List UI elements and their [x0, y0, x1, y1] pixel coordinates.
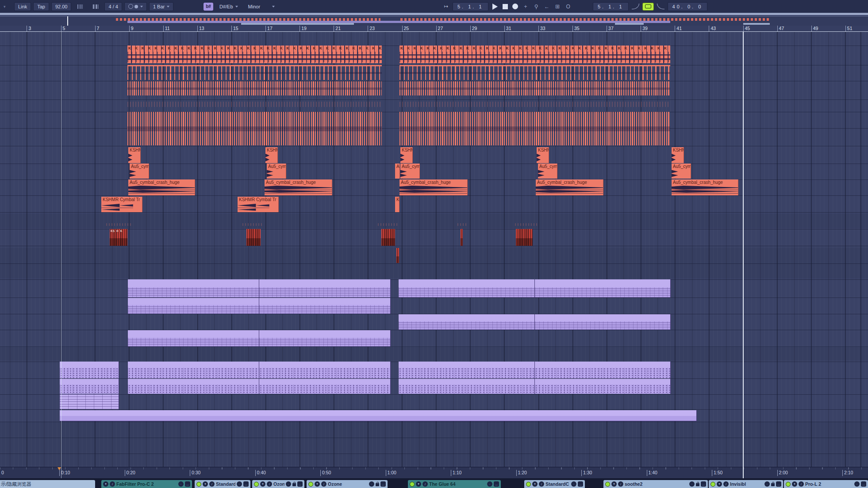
device-edit-icon[interactable]: /: [618, 481, 623, 487]
loop-start-display[interactable]: 5. 1. 1: [593, 2, 629, 11]
device-header[interactable]: ▾/soothe2·...: [603, 480, 708, 488]
device-hotswap-icon[interactable]: ·: [369, 481, 374, 487]
device-edit-icon[interactable]: /: [209, 481, 215, 487]
overdub-plus-icon[interactable]: +: [522, 3, 530, 10]
capture-midi-icon[interactable]: ⚲: [533, 3, 540, 10]
punch-out-icon[interactable]: [657, 4, 664, 9]
device-header[interactable]: ▾/FabFilter Pro-C 2·...: [101, 480, 192, 488]
audio-clip-transients-3[interactable]: [127, 112, 382, 145]
scale-root-menu[interactable]: D#/Eb: [215, 2, 242, 11]
midi-clip-midi[interactable]: [259, 330, 391, 347]
device-fold-icon[interactable]: ▾: [611, 481, 617, 487]
device-fold-icon[interactable]: ▾: [717, 481, 722, 487]
midi-clip-dots[interactable]: [535, 379, 671, 394]
device-lock-icon[interactable]: [696, 483, 699, 486]
loop-switch[interactable]: [642, 3, 654, 11]
device-fold-icon[interactable]: ▾: [103, 481, 108, 487]
device-more-icon[interactable]: ...: [701, 481, 706, 487]
device-header[interactable]: ▾/StandardC·...: [195, 480, 250, 488]
loop-length-display[interactable]: 40. 0. 0: [668, 2, 708, 11]
midi-clip-dots[interactable]: [60, 379, 119, 394]
device-activator-led[interactable]: [605, 482, 610, 487]
device-hotswap-icon[interactable]: ·: [854, 481, 860, 487]
midi-clip-dots[interactable]: [399, 379, 535, 394]
bar-ruler[interactable]: 3579111315171921232527293133353739414345…: [0, 26, 868, 32]
stop-button[interactable]: [502, 3, 509, 10]
punch-in-icon[interactable]: [632, 4, 639, 9]
time-ruler[interactable]: 00:100:200:300:400:501:001:101:201:301:4…: [0, 467, 868, 479]
nudge-down-icon[interactable]: [73, 2, 87, 11]
draw-mode-icon[interactable]: ⊞: [554, 3, 561, 10]
follow-icon[interactable]: ↦: [442, 3, 449, 10]
audio-clip-red-cluster[interactable]: [516, 229, 533, 246]
midi-clip-midi[interactable]: [128, 279, 259, 297]
device-fold-icon[interactable]: ▾: [260, 481, 265, 487]
device-header[interactable]: ▾/StandardC·...: [524, 480, 585, 488]
metronome-button[interactable]: [124, 2, 147, 11]
audio-clip-red-cluster[interactable]: [461, 229, 463, 246]
midi-clip-dots[interactable]: [259, 379, 391, 394]
midi-clip-dots[interactable]: [128, 362, 259, 378]
arrangement-position-display[interactable]: 5. 1. 1: [453, 2, 488, 11]
audio-clip-group-k[interactable]: K K K K K K K K K K K K K K K K K K K K …: [127, 46, 382, 63]
audio-clip-au5cym[interactable]: Au5_cym: [538, 164, 557, 179]
audio-clip-mini[interactable]: A: [395, 164, 400, 179]
device-more-icon[interactable]: ...: [297, 481, 303, 487]
audio-clip-kshm[interactable]: KSHM: [400, 147, 413, 163]
audio-clip-au5cym[interactable]: Au5_cym: [400, 164, 420, 179]
midi-clip-midi[interactable]: [535, 279, 671, 297]
device-lock-icon[interactable]: [771, 483, 775, 486]
device-more-icon[interactable]: ...: [380, 481, 386, 487]
device-hotswap-icon[interactable]: ·: [286, 481, 291, 487]
nudge-up-icon[interactable]: [89, 2, 102, 11]
collapse-arrow-icon[interactable]: ▾: [4, 4, 6, 9]
tap-tempo-button[interactable]: Tap: [33, 2, 49, 11]
audio-clip-kshm[interactable]: KSHM: [265, 147, 278, 163]
device-more-icon[interactable]: ...: [861, 481, 866, 487]
device-activator-led[interactable]: [254, 482, 259, 487]
device-more-icon[interactable]: ...: [243, 481, 249, 487]
device-activator-led[interactable]: [526, 482, 531, 487]
audio-clip-crash[interactable]: Au5_cymbal_crash_huge: [399, 179, 468, 195]
device-edit-icon[interactable]: /: [267, 481, 272, 487]
audio-clip-red-cluster[interactable]: [381, 229, 395, 246]
play-button[interactable]: [492, 3, 499, 10]
device-fold-icon[interactable]: ▾: [532, 481, 538, 487]
device-hotswap-icon[interactable]: ·: [689, 481, 695, 487]
browser-toggle-label[interactable]: 示/隐藏浏览器: [0, 480, 95, 488]
audio-clip-kshmr[interactable]: KSHMR Cymbal Tr: [238, 197, 279, 212]
device-fold-icon[interactable]: ▾: [416, 481, 421, 487]
device-edit-icon[interactable]: /: [321, 481, 326, 487]
device-more-icon[interactable]: ...: [578, 481, 583, 487]
audio-clip-crash[interactable]: Au5_cymbal_crash_huge: [672, 179, 738, 195]
midi-clip-dots[interactable]: [535, 362, 671, 378]
back-to-arrangement-icon[interactable]: ←: [543, 3, 551, 10]
device-hotswap-icon[interactable]: ·: [237, 481, 242, 487]
device-activator-led[interactable]: [410, 482, 415, 487]
midi-clip-midi[interactable]: [399, 314, 535, 330]
audio-clip-transients-1[interactable]: [399, 65, 670, 80]
scale-mode-button[interactable]: b#: [204, 3, 213, 11]
device-lock-icon[interactable]: [292, 483, 296, 486]
arrangement-overview[interactable]: [0, 16, 868, 27]
audio-clip-transients-1[interactable]: [127, 65, 382, 80]
device-header[interactable]: ▾/Pro-L 2·...: [784, 480, 868, 488]
audio-clip-red-cluster[interactable]: KSHK: [110, 229, 127, 246]
midi-clip-midi[interactable]: [128, 298, 259, 314]
link-button[interactable]: Link: [14, 2, 31, 11]
device-activator-led[interactable]: [711, 482, 715, 487]
audio-clip-crash[interactable]: Au5_cymbal_crash_huge: [536, 179, 603, 195]
device-activator-led[interactable]: [196, 482, 201, 487]
audio-clip-kshm[interactable]: KSHM: [672, 147, 684, 163]
device-hotswap-icon[interactable]: ·: [178, 481, 184, 487]
device-header[interactable]: ▾/Ozone·...: [307, 480, 388, 488]
midi-clip-dots[interactable]: [128, 379, 259, 394]
device-fold-icon[interactable]: ▾: [792, 481, 797, 487]
audio-clip-au5cym[interactable]: Au5_cym: [672, 164, 691, 179]
audio-clip-red-sliver[interactable]: [396, 248, 399, 263]
midi-clip-midi[interactable]: [535, 314, 671, 330]
audio-clip-crash[interactable]: Au5_cymbal_crash_huge: [128, 179, 195, 195]
device-more-icon[interactable]: ...: [185, 481, 190, 487]
audio-clip-kshmr[interactable]: KSHMR Cymbal Tr: [101, 197, 142, 212]
midi-clip-roll[interactable]: [60, 394, 119, 409]
